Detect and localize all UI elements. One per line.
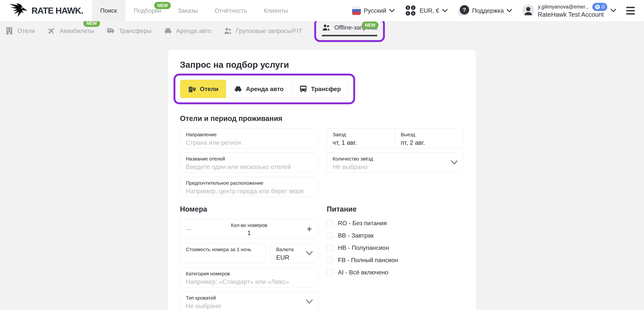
loyalty-hex-icon: R: [595, 4, 600, 9]
currency-select[interactable]: Валюта EUR: [270, 243, 318, 263]
field-placeholder: Например: «Стандарт» или «Люкс»: [186, 278, 312, 286]
hawk-icon: [9, 2, 28, 19]
checkout-value: пт, 2 авг.: [401, 139, 458, 146]
destination-field[interactable]: Направление Страна или регион: [180, 128, 318, 148]
account-email: y.gilimyanova@emer...: [538, 4, 589, 10]
tab-car-rental[interactable]: Аренда авто: [226, 80, 291, 98]
svg-text:¥: ¥: [412, 12, 414, 15]
nav-label: Заказы: [178, 7, 198, 14]
svg-text:$: $: [407, 6, 409, 9]
nav-item-reports[interactable]: Отчётность: [206, 0, 255, 21]
meal-option-ro[interactable]: RO - Без питания: [327, 220, 463, 227]
decrease-rooms-button[interactable]: –: [186, 225, 191, 234]
section-heading-hotels: Отели и период проживания: [180, 114, 464, 123]
taxi-icon: [234, 85, 242, 93]
shuttle-van-icon: [106, 26, 115, 35]
field-label: Направление: [186, 132, 312, 138]
support-menu[interactable]: ? Поддержка: [458, 5, 512, 16]
checkbox[interactable]: [327, 220, 333, 226]
meal-option-ai[interactable]: AI - Всё включено: [327, 269, 463, 276]
checkbox[interactable]: [327, 257, 333, 263]
field-label: Выезд: [401, 132, 458, 138]
top-bar-right: Русский $ £ € ¥ EUR, € ? Поддержка: [352, 0, 644, 21]
annotation-ring-offline-tab: Offline-запросы NEW: [314, 18, 385, 42]
checkbox[interactable]: [327, 245, 333, 251]
field-label: Количество звёзд: [332, 156, 457, 162]
bed-type-value: Не выбрано: [186, 303, 312, 310]
meal-option-fb[interactable]: FB - Полный пансион: [327, 257, 463, 264]
tab-label: Отели: [200, 85, 218, 92]
top-bar: RATE HAWK. Поиск Подборки NEW Заказы Отч…: [0, 0, 644, 21]
bed-type-select[interactable]: Тип кроватей Не выбрано: [180, 292, 318, 310]
currency-selector[interactable]: $ £ € ¥ EUR, €: [405, 5, 448, 16]
meal-label: FB - Полный пансион: [338, 257, 398, 264]
dates-field[interactable]: Заезд чт, 1 авг. Выезд пт, 2 авг.: [327, 128, 463, 148]
service-label: Трансферы: [119, 27, 152, 34]
nav-item-collections[interactable]: Подборки NEW: [126, 0, 170, 21]
checkin-field[interactable]: Заезд чт, 1 авг.: [327, 128, 395, 148]
service-type-tabs: Отели Аренда авто Трансфер: [180, 80, 349, 98]
rooms-count-value: 1: [186, 229, 312, 237]
avatar: [522, 4, 534, 17]
room-category-field[interactable]: Категория номеров Например: «Стандарт» и…: [180, 268, 318, 288]
chevron-down-icon: [611, 9, 616, 12]
service-tab-group-requests[interactable]: Групповые запросы/FIT: [224, 26, 302, 35]
plane-icon: [45, 24, 58, 37]
field-label: Кол-во номеров: [186, 222, 312, 228]
currency-label: EUR, €: [420, 7, 439, 14]
hotel-names-field[interactable]: Название отелей Введите один или несколь…: [180, 153, 318, 173]
chevron-down-icon: [306, 300, 313, 304]
meal-label: HB - Полупансион: [338, 244, 389, 251]
tab-transfer[interactable]: Трансфер: [291, 80, 348, 98]
field-label: Тип кроватей: [186, 295, 312, 301]
field-label: Предпочтительное расположение: [186, 180, 312, 186]
account-info: y.gilimyanova@emer... R 0 RateHawk Test …: [538, 3, 607, 18]
main-nav: Поиск Подборки NEW Заказы Отчётность Кли…: [92, 0, 296, 21]
annotation-ring-service-type: Отели Аренда авто Трансфер: [174, 74, 355, 104]
meal-label: BB - Завтрак: [338, 232, 374, 239]
service-tab-hotels[interactable]: Отели: [5, 26, 35, 35]
rooms-fields-grid: Кол-во номеров 1 – + RO - Без питания BB…: [180, 219, 464, 310]
new-badge: NEW: [362, 21, 378, 29]
section-headings-row: Номера Питание: [180, 205, 464, 213]
nav-label: Клиенты: [264, 7, 288, 14]
preferred-location-field[interactable]: Предпочтительное расположение Например, …: [180, 177, 318, 197]
meal-option-hb[interactable]: HB - Полупансион: [327, 244, 463, 251]
field-label: Стоимость номера за 1 ночь: [186, 247, 260, 253]
support-label: Поддержка: [472, 7, 504, 14]
checkbox[interactable]: [327, 232, 333, 239]
field-placeholder: Например, центр города или берег моря: [186, 188, 312, 195]
chevron-down-icon: [451, 160, 458, 165]
tab-label: Аренда авто: [246, 85, 284, 92]
hotel-pin-icon: [188, 85, 196, 93]
field-label: Название отелей: [186, 156, 312, 162]
services-nav: Отели Авиабилеты NEW Трансферы Аренда ав…: [0, 21, 644, 40]
account-menu[interactable]: y.gilimyanova@emer... R 0 RateHawk Test …: [522, 3, 616, 18]
service-tab-transfers[interactable]: Трансферы: [106, 26, 152, 35]
meal-label: RO - Без питания: [338, 220, 387, 227]
account-name: RateHawk Test Account: [538, 11, 607, 18]
ratehawk-logo[interactable]: RATE HAWK.: [0, 0, 92, 21]
hamburger-menu-button[interactable]: [626, 6, 635, 16]
tab-label: Трансфер: [311, 85, 341, 92]
increase-rooms-button[interactable]: +: [307, 225, 312, 234]
service-label: Авиабилеты: [60, 27, 94, 34]
language-selector[interactable]: Русский: [352, 6, 395, 15]
service-label: Аренда авто: [176, 27, 212, 34]
nav-item-orders[interactable]: Заказы: [169, 0, 206, 21]
checkbox[interactable]: [327, 269, 333, 276]
room-price-field[interactable]: Стоимость номера за 1 ночь: [180, 243, 266, 263]
currencies-icon: $ £ € ¥: [405, 5, 416, 16]
stars-select[interactable]: Количество звёзд Не выбрано: [327, 153, 463, 173]
hotel-icon: [5, 26, 14, 35]
service-tab-flights[interactable]: Авиабилеты NEW: [47, 26, 94, 35]
checkout-field[interactable]: Выезд пт, 2 авг.: [395, 128, 463, 148]
nav-item-clients[interactable]: Клиенты: [256, 0, 296, 21]
language-label: Русский: [364, 7, 386, 14]
section-heading-meals: Питание: [327, 205, 357, 213]
tab-hotels[interactable]: Отели: [180, 80, 226, 98]
meal-option-bb[interactable]: BB - Завтрак: [327, 232, 463, 239]
service-tab-car-rental[interactable]: Аренда авто: [164, 26, 212, 35]
nav-item-search[interactable]: Поиск: [92, 0, 126, 21]
help-icon: ?: [458, 5, 469, 16]
